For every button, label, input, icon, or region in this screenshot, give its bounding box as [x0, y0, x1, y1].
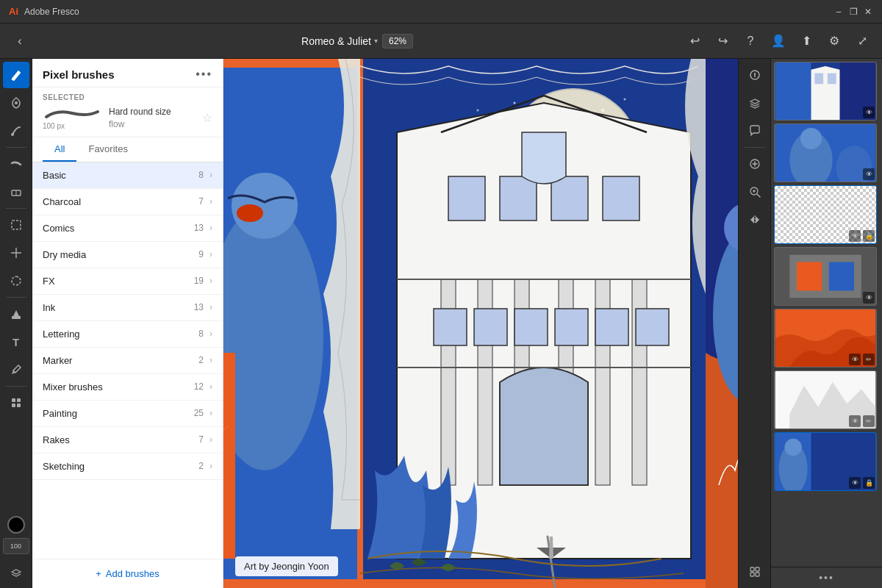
brush-cat-right-7: 2 ›	[198, 355, 212, 365]
color-swatch[interactable]	[7, 516, 25, 534]
brush-cat-right-1: 7 ›	[198, 196, 212, 207]
brush-category-painting[interactable]: Painting 25 ›	[32, 401, 223, 427]
eraser-tool[interactable]	[3, 179, 29, 205]
svg-rect-29	[551, 176, 588, 220]
selection-tool[interactable]	[3, 212, 29, 238]
brush-size-label: 100 px	[43, 122, 65, 130]
brush-category-ink[interactable]: Ink 13 ›	[32, 295, 223, 321]
svg-rect-71	[828, 74, 836, 85]
svg-rect-30	[603, 176, 639, 220]
brush-category-lettering[interactable]: Lettering 8 ›	[32, 321, 223, 348]
svg-rect-10	[12, 404, 15, 407]
brush-cat-name-7: Marker	[43, 355, 72, 366]
layer-5-icons: 👁 ✏	[849, 354, 875, 365]
zoom-display-left[interactable]: 100	[3, 538, 29, 554]
title-bar-left: Ai Adobe Fresco	[9, 6, 79, 17]
close-button[interactable]: ✕	[863, 7, 873, 17]
redo-button[interactable]: ↪	[711, 30, 734, 52]
layer-4[interactable]: 👁	[774, 247, 877, 306]
text-tool[interactable]: T	[3, 329, 29, 355]
layer-5[interactable]: 👁 ✏	[774, 309, 877, 368]
arrange-button[interactable]	[742, 559, 768, 585]
help-button[interactable]: ?	[739, 30, 761, 52]
svg-rect-64	[756, 567, 759, 571]
brush-tabs: All Favorites	[32, 137, 223, 162]
settings-button[interactable]: ⚙	[823, 30, 845, 52]
layers-more-button[interactable]: •••	[819, 572, 834, 584]
back-button[interactable]: ‹	[9, 30, 31, 52]
doc-title-button[interactable]: Romeo & Juliet ▾	[301, 35, 378, 47]
brush-category-sketching[interactable]: Sketching 2 ›	[32, 453, 223, 480]
import-tool[interactable]	[3, 390, 29, 416]
zoom-badge[interactable]: 62%	[382, 34, 413, 49]
chevron-right-icon-9: ›	[209, 408, 212, 418]
live-brush-tool[interactable]	[3, 90, 29, 116]
layers-button[interactable]	[742, 90, 768, 116]
add-brushes-button[interactable]: + Add brushes	[96, 568, 159, 579]
add-layer-button[interactable]	[742, 151, 768, 177]
brush-category-mixer-brushes[interactable]: Mixer brushes 12 ›	[32, 374, 223, 401]
eyedropper-tool[interactable]	[3, 356, 29, 383]
svg-rect-36	[636, 309, 669, 345]
layer-7[interactable]: 👁 🔒	[774, 432, 877, 491]
user-button[interactable]: 👤	[767, 30, 789, 52]
brush-cat-count-10: 7	[198, 434, 204, 445]
layer-2[interactable]: 👁	[774, 123, 877, 182]
brush-category-charcoal[interactable]: Charcoal 7 ›	[32, 189, 223, 215]
brush-panel-title: Pixel brushes	[43, 68, 115, 81]
fill-tool[interactable]	[3, 301, 29, 327]
brush-category-marker[interactable]: Marker 2 ›	[32, 348, 223, 374]
svg-rect-68	[775, 62, 811, 120]
brush-stroke-image	[43, 106, 101, 121]
vector-brush-tool[interactable]	[3, 118, 29, 144]
brush-category-fx[interactable]: FX 19 ›	[32, 268, 223, 295]
svg-point-47	[498, 116, 501, 119]
layer-7-icons: 👁 🔒	[849, 477, 875, 489]
tool-divider-4	[6, 386, 26, 387]
undo-button[interactable]: ↩	[684, 30, 706, 52]
canvas-area[interactable]: Art by Jeongin Yoon	[223, 59, 738, 588]
maximize-button[interactable]: ❐	[848, 7, 858, 17]
layer-1[interactable]: 👁	[774, 62, 877, 121]
brush-panel-header: Pixel brushes •••	[32, 59, 223, 87]
svg-rect-35	[595, 309, 628, 345]
properties-button[interactable]	[742, 62, 768, 88]
favorite-button[interactable]: ☆	[202, 111, 212, 125]
tab-favorites[interactable]: Favorites	[76, 137, 139, 162]
zoom-to-fit-button[interactable]	[742, 179, 768, 205]
comments-button[interactable]	[742, 118, 768, 144]
brush-cat-count-0: 8	[198, 170, 204, 180]
add-brushes-label: Add brushes	[106, 568, 159, 579]
minimize-button[interactable]: –	[833, 7, 844, 17]
brush-category-dry-media[interactable]: Dry media 9 ›	[32, 242, 223, 268]
layers-footer: •••	[771, 567, 882, 588]
brush-name: Hard round size	[109, 106, 195, 118]
svg-rect-32	[474, 309, 507, 345]
toolbar-left: ‹	[9, 30, 31, 52]
toolbar-center: Romeo & Juliet ▾ 62%	[31, 34, 684, 49]
flip-button[interactable]	[742, 207, 768, 233]
brush-category-comics[interactable]: Comics 13 ›	[32, 215, 223, 242]
lasso-tool[interactable]	[3, 268, 29, 294]
chevron-right-icon-2: ›	[209, 223, 212, 233]
layer-1-eye-icon: 👁	[863, 107, 875, 118]
artwork-svg	[223, 59, 738, 588]
svg-rect-8	[12, 398, 15, 402]
pixel-brush-tool[interactable]	[3, 62, 29, 88]
svg-rect-63	[750, 567, 754, 571]
brush-panel: Pixel brushes ••• SELECTED 100 px Hard r…	[32, 59, 223, 588]
layer-3[interactable]: 👁 🔒	[774, 185, 877, 244]
share-button[interactable]: ⬆	[795, 30, 817, 52]
layers-toggle[interactable]	[3, 559, 29, 585]
layer-6[interactable]: 👁 ✏	[774, 370, 877, 429]
tab-all[interactable]: All	[43, 137, 76, 162]
svg-rect-65	[750, 573, 754, 576]
svg-rect-78	[797, 262, 822, 291]
transform-tool[interactable]	[3, 240, 29, 266]
expand-button[interactable]: ⤢	[851, 30, 873, 52]
smudge-tool[interactable]	[3, 151, 29, 177]
brush-panel-more-button[interactable]: •••	[196, 68, 212, 81]
layers-scroll[interactable]: 👁 👁 👁 🔒	[771, 59, 882, 567]
brush-category-rakes[interactable]: Rakes 7 ›	[32, 427, 223, 453]
brush-category-basic[interactable]: Basic 8 ›	[32, 162, 223, 189]
